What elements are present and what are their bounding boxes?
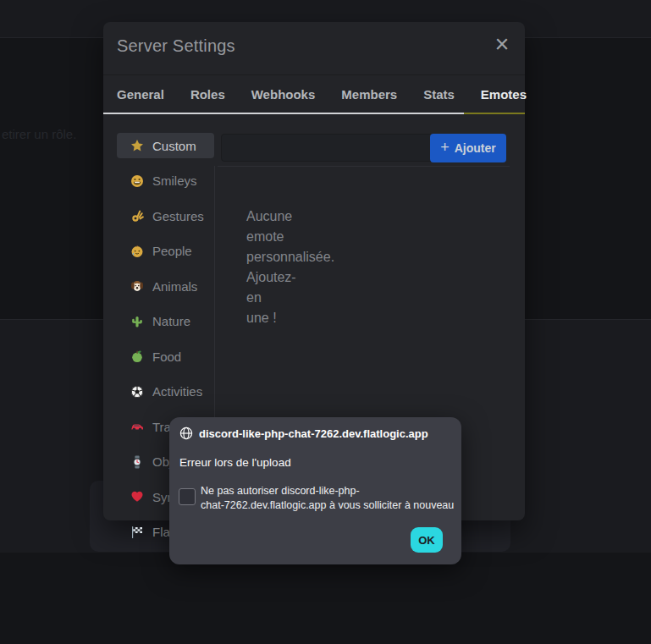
active-tab-underline — [464, 113, 525, 114]
checkered-flag-icon — [130, 526, 144, 539]
close-icon: × — [495, 32, 510, 57]
add-emote-button-label: Ajouter — [455, 141, 496, 155]
checkbox-label-line-2: chat-7262.dev.flatlogic.app à vous solli… — [201, 498, 455, 513]
sidebar-item-nature[interactable]: Nature — [117, 309, 214, 334]
form-divider — [218, 166, 510, 167]
tab-webhooks[interactable]: Webhooks — [251, 87, 316, 102]
sidebar-item-animals[interactable]: Animals — [117, 273, 214, 299]
tab-roles[interactable]: Roles — [190, 87, 225, 102]
sidebar-item-activities[interactable]: Activities — [117, 379, 214, 405]
smiley-icon — [130, 174, 144, 188]
dog-icon — [130, 279, 144, 293]
sidebar-item-label: People — [152, 244, 192, 258]
tab-bar: GeneralRolesWebhooksMembersStatsEmotes — [103, 74, 525, 113]
cactus-icon — [130, 315, 144, 328]
green-apple-icon — [130, 350, 144, 363]
heart-icon — [130, 490, 144, 504]
close-button[interactable]: × — [489, 29, 515, 59]
sidebar-item-label: Smileys — [152, 173, 197, 188]
sidebar-item-label: Nature — [152, 314, 190, 328]
emote-name-input[interactable] — [221, 134, 437, 162]
dont-ask-again-checkbox[interactable] — [179, 488, 196, 505]
sidebar-item-label: Food — [152, 350, 181, 364]
tab-underline — [103, 113, 464, 114]
background-faint-text: etirer un rôle. — [2, 127, 76, 141]
sidebar-item-label: Animals — [152, 279, 197, 294]
tab-emotes[interactable]: Emotes — [481, 87, 527, 102]
sidebar-item-label: Activities — [152, 384, 202, 399]
sidebar-item-food[interactable]: Food — [117, 344, 214, 369]
star-icon — [130, 139, 144, 152]
sidebar-item-custom[interactable]: Custom — [117, 133, 214, 158]
dialog-message: Erreur lors de l'upload — [179, 456, 291, 469]
car-icon — [130, 420, 144, 433]
sidebar-item-people[interactable]: People — [117, 239, 214, 264]
watch-icon — [130, 455, 144, 469]
add-emote-button[interactable]: + Ajouter — [430, 134, 506, 162]
ok-hand-icon — [130, 209, 144, 223]
alert-dialog: discord-like-php-chat-7262.dev.flatlogic… — [169, 417, 461, 564]
plus-icon: + — [440, 140, 450, 155]
sidebar-item-label: Custom — [152, 139, 196, 153]
tab-members[interactable]: Members — [341, 87, 397, 102]
modal-header: Server Settings × — [103, 22, 525, 75]
dialog-origin: discord-like-php-chat-7262.dev.flatlogic… — [199, 427, 428, 440]
baby-icon — [130, 245, 144, 258]
sidebar-item-smileys[interactable]: Smileys — [117, 168, 214, 194]
empty-state-text: Aucune emote personnalisée. Ajoutez-en u… — [246, 206, 284, 328]
app-screen: etirer un rôle. Server Settings × Genera… — [0, 0, 651, 644]
page-title: Server Settings — [117, 36, 235, 56]
sidebar-item-gestures[interactable]: Gestures — [117, 203, 214, 228]
globe-icon — [179, 427, 193, 440]
tab-stats[interactable]: Stats — [423, 87, 455, 102]
checkbox-label-line-1: Ne pas autoriser discord-like-php- — [201, 484, 455, 498]
ok-button[interactable]: OK — [411, 527, 443, 553]
sidebar-item-label: Gestures — [152, 209, 204, 223]
tab-general[interactable]: General — [117, 87, 164, 102]
soccer-ball-icon — [130, 385, 144, 399]
dialog-origin-row: discord-like-php-chat-7262.dev.flatlogic… — [179, 427, 428, 440]
checkbox-label: Ne pas autoriser discord-like-php- chat-… — [201, 484, 455, 512]
